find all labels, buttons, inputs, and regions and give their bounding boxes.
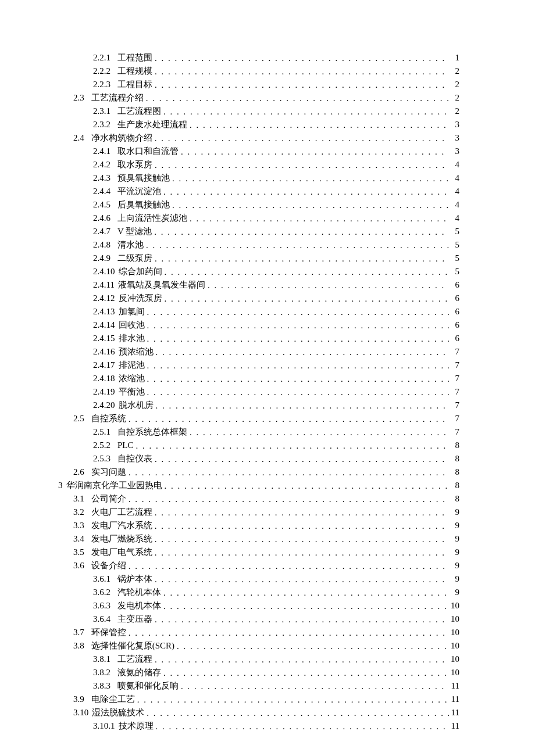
toc-entry: 3.6.1锅炉本体9	[58, 572, 459, 586]
toc-entry: 3.10.1技术原理11	[58, 719, 459, 733]
toc-entry: 3.6.2汽轮机本体9	[58, 586, 459, 599]
toc-number: 2.3	[73, 91, 84, 105]
toc-leader-dots	[152, 78, 449, 92]
toc-entry: 2.6实习问题8	[58, 465, 459, 479]
toc-number: 3.8.1	[93, 653, 110, 666]
toc-number: 2.4.9	[93, 252, 110, 265]
toc-page-number: 2	[449, 91, 459, 105]
toc-entry: 3.7环保管控10	[58, 626, 459, 639]
toc-title: 排水池	[115, 332, 145, 345]
toc-page-number: 3	[449, 131, 459, 145]
toc-leader-dots	[161, 185, 449, 199]
toc-leader-dots	[152, 52, 449, 65]
toc-page-number: 8	[449, 439, 459, 452]
toc-number: 3.10.1	[93, 719, 115, 733]
toc-title: 净水构筑物介绍	[84, 131, 152, 145]
toc-leader-dots	[162, 479, 450, 493]
toc-title: 工程目标	[110, 78, 152, 91]
toc-entry: 2.2.2工程规模2	[58, 65, 459, 78]
toc-page-number: 11	[449, 719, 459, 733]
toc-entry: 2.4.10综合加药间5	[58, 265, 459, 278]
toc-title: 工程规模	[110, 65, 152, 78]
toc-entry: 3.10湿法脱硫技术11	[58, 706, 459, 719]
toc-leader-dots	[126, 626, 449, 640]
toc-title: 工艺流程图	[110, 105, 161, 118]
toc-number: 3.6	[73, 559, 84, 572]
toc-page-number: 7	[449, 345, 459, 359]
toc-page-number: 6	[449, 292, 459, 305]
toc-page-number: 8	[449, 465, 459, 479]
toc-leader-dots	[134, 439, 449, 453]
toc-number: 2.4.16	[93, 345, 115, 359]
toc-leader-dots	[152, 533, 449, 546]
toc-page-number: 10	[449, 639, 459, 653]
table-of-contents: 2.2.1工程范围12.2.2工程规模22.2.3工程目标22.3工艺流程介绍2…	[58, 51, 459, 733]
toc-entry: 2.4.3预臭氧接触池4	[58, 171, 459, 185]
toc-title: 自控仪表	[110, 452, 152, 465]
toc-entry: 2.4.16预浓缩池7	[58, 345, 459, 359]
toc-title: 液氧站及臭氧发生器间	[115, 278, 205, 292]
toc-page-number: 9	[449, 506, 459, 519]
toc-entry: 2.4.4平流沉淀池4	[58, 185, 459, 198]
toc-title: 选择性催化复原(SCR)	[84, 639, 174, 653]
toc-number: 3.6.4	[93, 612, 110, 626]
toc-leader-dots	[152, 225, 449, 239]
toc-number: 3.1	[73, 492, 84, 506]
toc-leader-dots	[154, 346, 450, 359]
toc-title: 二级泵房	[110, 252, 152, 265]
toc-page-number: 2	[449, 65, 459, 78]
toc-leader-dots	[152, 653, 449, 667]
toc-page-number: 9	[449, 546, 459, 559]
toc-entry: 3.8选择性催化复原(SCR)10	[58, 639, 459, 653]
toc-leader-dots	[144, 239, 449, 252]
toc-entry: 2.5.2PLC8	[58, 439, 459, 452]
toc-number: 2.6	[73, 465, 84, 479]
toc-leader-dots	[152, 573, 449, 586]
toc-title: 锅炉本体	[110, 572, 152, 586]
toc-title: 发电机本体	[110, 599, 161, 612]
toc-number: 2.4.7	[93, 225, 110, 238]
toc-leader-dots	[152, 519, 449, 533]
toc-title: 湿法脱硫技术	[88, 706, 144, 719]
toc-number: 3.5	[73, 546, 84, 559]
toc-page-number: 9	[449, 519, 459, 532]
toc-page-number: 4	[449, 212, 459, 225]
toc-entry: 3.1公司简介8	[58, 492, 459, 506]
toc-title: 自控系统总体框架	[110, 425, 187, 439]
toc-number: 2.4.15	[93, 332, 115, 345]
toc-leader-dots	[179, 680, 449, 693]
toc-number: 2.4.6	[93, 212, 110, 225]
toc-number: 3	[58, 479, 63, 492]
toc-number: 2.4.18	[93, 372, 115, 385]
toc-leader-dots	[144, 92, 449, 105]
toc-title: 工艺流程	[110, 653, 152, 666]
toc-entry: 2.4.8清水池5	[58, 238, 459, 252]
toc-leader-dots	[126, 493, 449, 506]
toc-title: 汽轮机本体	[110, 586, 161, 599]
toc-entry: 3.6.3发电机本体10	[58, 599, 459, 612]
toc-page-number: 11	[449, 706, 459, 719]
toc-title: 脱水机房	[115, 399, 154, 412]
toc-leader-dots	[152, 613, 449, 626]
toc-number: 2.4.13	[93, 305, 115, 318]
toc-entry: 2.4.13加氯间6	[58, 305, 459, 318]
toc-title: PLC	[110, 439, 134, 452]
toc-number: 2.4.3	[93, 171, 110, 185]
toc-entry: 2.4.15排水池6	[58, 332, 459, 345]
toc-title: 清水池	[110, 238, 144, 252]
toc-page-number: 4	[449, 185, 459, 198]
toc-entry: 2.4.11液氧站及臭氧发生器间6	[58, 278, 459, 292]
toc-leader-dots	[161, 105, 449, 119]
toc-leader-dots	[161, 586, 449, 600]
toc-number: 2.4.11	[93, 278, 115, 292]
toc-entry: 3.9电除尘工艺11	[58, 693, 459, 706]
toc-number: 2.3.2	[93, 118, 110, 131]
toc-page-number: 9	[449, 559, 459, 572]
toc-entry: 2.4.6上向流活性炭滤池4	[58, 212, 459, 225]
toc-title: 排泥池	[115, 359, 145, 372]
toc-page-number: 4	[449, 171, 459, 185]
toc-leader-dots	[144, 707, 449, 720]
toc-number: 2.5.2	[93, 439, 110, 452]
toc-entry: 3.2火电厂工艺流程9	[58, 506, 459, 519]
toc-leader-dots	[174, 640, 449, 653]
